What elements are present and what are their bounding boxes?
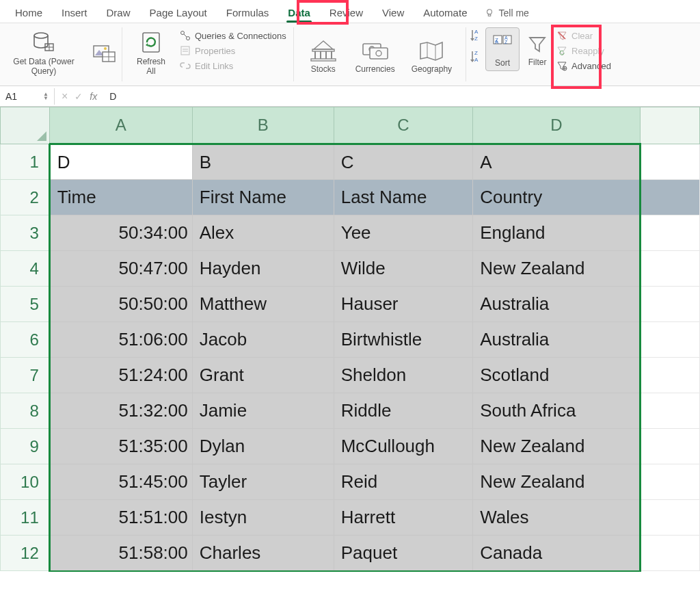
- cell[interactable]: 51:35:00: [49, 429, 192, 464]
- cell[interactable]: Country: [473, 180, 641, 215]
- col-header-b[interactable]: B: [192, 107, 334, 144]
- cell[interactable]: 51:24:00: [49, 358, 192, 393]
- cell[interactable]: 51:58:00: [49, 536, 192, 571]
- row-header[interactable]: 10: [1, 464, 50, 500]
- cell[interactable]: 50:47:00: [49, 251, 192, 287]
- name-box[interactable]: A1 ▲▼: [0, 88, 55, 105]
- reapply-button[interactable]: Reapply: [555, 44, 612, 57]
- cell[interactable]: Birtwhistle: [334, 322, 472, 358]
- cell[interactable]: 51:06:00: [49, 322, 192, 358]
- row-header[interactable]: 11: [1, 500, 50, 536]
- col-header-d[interactable]: D: [473, 107, 641, 144]
- cell[interactable]: South Africa: [473, 393, 641, 429]
- tab-review[interactable]: Review: [321, 3, 371, 23]
- row-header[interactable]: 8: [1, 393, 50, 429]
- select-all-corner[interactable]: [1, 107, 50, 144]
- cell[interactable]: [640, 144, 699, 180]
- cell[interactable]: Jamie: [192, 393, 334, 429]
- cell[interactable]: C: [334, 144, 472, 180]
- cell[interactable]: Dylan: [192, 429, 334, 464]
- cell[interactable]: Sheldon: [334, 358, 472, 393]
- cell[interactable]: [640, 429, 699, 464]
- cell[interactable]: Wales: [473, 500, 641, 536]
- cell[interactable]: Yee: [334, 215, 472, 251]
- col-header-blank[interactable]: [640, 107, 699, 144]
- cell[interactable]: 51:32:00: [49, 393, 192, 429]
- currencies-button[interactable]: Currencies: [347, 34, 403, 77]
- cell[interactable]: A: [473, 144, 641, 180]
- tab-automate[interactable]: Automate: [415, 3, 475, 23]
- sort-dialog-button[interactable]: ZAAZ Sort: [485, 27, 520, 71]
- tab-draw[interactable]: Draw: [98, 3, 139, 23]
- edit-links-button[interactable]: Edit Links: [178, 59, 288, 73]
- cell[interactable]: [640, 393, 699, 429]
- row-header[interactable]: 4: [1, 251, 50, 287]
- cell[interactable]: D: [49, 144, 192, 180]
- tab-home[interactable]: Home: [7, 3, 51, 23]
- cell[interactable]: New Zealand: [473, 429, 641, 464]
- row-header[interactable]: 1: [1, 144, 50, 180]
- cell[interactable]: [640, 464, 699, 500]
- cell[interactable]: [640, 180, 699, 215]
- cell[interactable]: Matthew: [192, 287, 334, 322]
- cell[interactable]: First Name: [192, 180, 334, 215]
- clear-filter-button[interactable]: Clear: [555, 29, 612, 42]
- cell[interactable]: B: [192, 144, 334, 180]
- cell[interactable]: Riddle: [334, 393, 472, 429]
- cell[interactable]: Canada: [473, 536, 641, 571]
- cell[interactable]: Hayden: [192, 251, 334, 287]
- cell[interactable]: McCullough: [334, 429, 472, 464]
- cell[interactable]: Iestyn: [192, 500, 334, 536]
- cell[interactable]: Tayler: [192, 464, 334, 500]
- filter-button[interactable]: Filter: [521, 27, 554, 70]
- fx-label[interactable]: fx: [90, 91, 97, 102]
- cell[interactable]: Harrett: [334, 500, 472, 536]
- tell-me-search[interactable]: Tell me: [478, 3, 535, 23]
- cell[interactable]: Time: [49, 180, 192, 215]
- stocks-button[interactable]: Stocks: [299, 34, 347, 77]
- row-header[interactable]: 2: [1, 180, 50, 215]
- cell[interactable]: 50:50:00: [49, 287, 192, 322]
- cell[interactable]: Grant: [192, 358, 334, 393]
- cell[interactable]: Wilde: [334, 251, 472, 287]
- cell[interactable]: Alex: [192, 215, 334, 251]
- cell[interactable]: [640, 500, 699, 536]
- cell[interactable]: Hauser: [334, 287, 472, 322]
- refresh-all-button[interactable]: Refresh All: [128, 26, 174, 79]
- row-header[interactable]: 9: [1, 429, 50, 464]
- cancel-formula-icon[interactable]: ×: [62, 90, 68, 103]
- cell[interactable]: 50:34:00: [49, 215, 192, 251]
- row-header[interactable]: 3: [1, 215, 50, 251]
- cell[interactable]: [640, 251, 699, 287]
- tab-data[interactable]: Data: [280, 3, 319, 23]
- name-box-stepper-icon[interactable]: ▲▼: [43, 92, 49, 101]
- cell[interactable]: 51:51:00: [49, 500, 192, 536]
- formula-input[interactable]: D: [104, 91, 700, 102]
- tab-formulas[interactable]: Formulas: [218, 3, 278, 23]
- cell[interactable]: England: [473, 215, 641, 251]
- row-header[interactable]: 6: [1, 322, 50, 358]
- row-header[interactable]: 5: [1, 287, 50, 322]
- cell[interactable]: Charles: [192, 536, 334, 571]
- properties-button[interactable]: Properties: [178, 44, 288, 57]
- row-header[interactable]: 7: [1, 358, 50, 393]
- cell[interactable]: New Zealand: [473, 464, 641, 500]
- cell[interactable]: Australia: [473, 322, 641, 358]
- cell[interactable]: Jacob: [192, 322, 334, 358]
- tab-page-layout[interactable]: Page Layout: [142, 3, 215, 23]
- geography-button[interactable]: Geography: [403, 34, 460, 77]
- cell[interactable]: [640, 215, 699, 251]
- col-header-a[interactable]: A: [49, 107, 192, 144]
- confirm-formula-icon[interactable]: ✓: [75, 91, 83, 102]
- from-picture-button[interactable]: [93, 45, 116, 65]
- row-header[interactable]: 12: [1, 536, 50, 571]
- cell[interactable]: 51:45:00: [49, 464, 192, 500]
- cell[interactable]: [640, 536, 699, 571]
- tab-view[interactable]: View: [374, 3, 412, 23]
- queries-connections-button[interactable]: Queries & Connections: [178, 29, 288, 42]
- cell[interactable]: New Zealand: [473, 251, 641, 287]
- sort-za-button[interactable]: ZA: [469, 49, 484, 66]
- advanced-filter-button[interactable]: Advanced: [555, 59, 612, 73]
- cell[interactable]: Last Name: [334, 180, 472, 215]
- get-data-button[interactable]: Get Data (Power Query): [5, 26, 82, 79]
